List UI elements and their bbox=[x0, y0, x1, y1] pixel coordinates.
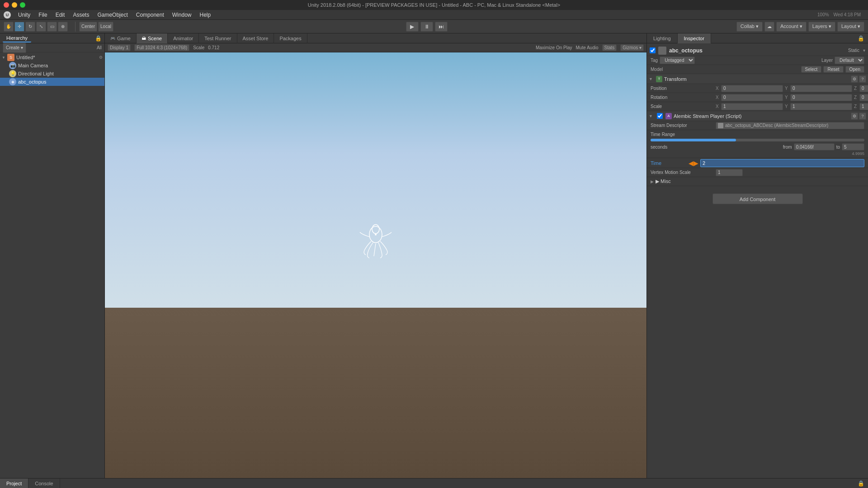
gameobj-icon-3: ◈ bbox=[9, 78, 16, 85]
tab-lighting[interactable]: Lighting bbox=[647, 33, 678, 43]
vertex-motion-input[interactable] bbox=[716, 169, 743, 176]
select-button[interactable]: Select bbox=[801, 66, 822, 73]
to-input[interactable] bbox=[842, 143, 864, 150]
scale-y-input[interactable] bbox=[790, 103, 852, 110]
static-dropdown[interactable]: ▾ bbox=[863, 48, 865, 53]
reset-button[interactable]: Reset bbox=[823, 66, 843, 73]
toolbar-right: Collab ▾ ☁ Account ▾ Layers ▾ Layout ▾ bbox=[736, 22, 864, 32]
aspect-label[interactable]: Full 1024 4:3 (1024×768) bbox=[134, 44, 189, 51]
play-button[interactable]: ▶ bbox=[406, 22, 419, 32]
transform-settings-btn[interactable]: ⚙ bbox=[851, 75, 858, 83]
hierarchy-item-3[interactable]: ◈ abc_octopus bbox=[0, 78, 104, 86]
scale-x-input[interactable] bbox=[721, 103, 783, 110]
transform-icon: T bbox=[656, 76, 662, 82]
menu-component[interactable]: Component bbox=[132, 11, 168, 19]
menubar: U Unity File Edit Assets GameObject Comp… bbox=[0, 10, 868, 20]
tab-assetstore[interactable]: Asset Store bbox=[237, 33, 274, 43]
add-component-button[interactable]: Add Component bbox=[712, 193, 803, 204]
bottom-lock[interactable]: 🔒 bbox=[854, 480, 868, 487]
alembic-header[interactable]: ▼ A Alembic Stream Player (Script) ⚙ ? bbox=[647, 111, 868, 121]
mute-btn[interactable]: Mute Audio bbox=[576, 45, 598, 50]
hand-tool[interactable]: ✋ bbox=[4, 22, 14, 32]
time-scrub-icon: ◀▶ bbox=[689, 160, 698, 167]
menu-gameobject[interactable]: GameObject bbox=[94, 11, 131, 19]
transform-tools: ✋ ✛ ↻ ⤡ ▭ ⊕ bbox=[4, 22, 68, 32]
transform-help-btn[interactable]: ? bbox=[859, 75, 866, 83]
tab-game[interactable]: 🎮 Game bbox=[105, 33, 137, 43]
menu-window[interactable]: Window bbox=[169, 11, 195, 19]
inspector-lock[interactable]: 🔒 bbox=[854, 35, 868, 42]
hierarchy-item-2[interactable]: 💡 Directional Light bbox=[0, 70, 104, 78]
hierarchy-toolbar: Create ▾ All bbox=[0, 43, 104, 52]
layers-dropdown[interactable]: Layers ▾ bbox=[808, 22, 835, 32]
menu-assets[interactable]: Assets bbox=[69, 11, 93, 19]
tab-scene[interactable]: 🏔 Scene bbox=[137, 33, 168, 43]
tab-animator[interactable]: Animator bbox=[168, 33, 199, 43]
tab-console[interactable]: Console bbox=[28, 479, 60, 488]
time-range-slider[interactable] bbox=[651, 139, 864, 141]
maximize-dot[interactable] bbox=[20, 2, 25, 8]
gizmos-btn[interactable]: Gizmos ▾ bbox=[620, 44, 644, 51]
menu-help[interactable]: Help bbox=[196, 11, 214, 19]
toolbar: ✋ ✛ ↻ ⤡ ▭ ⊕ Center Local ▶ ⏸ ⏭ Collab ▾ … bbox=[0, 20, 868, 33]
stats-btn[interactable]: Stats bbox=[602, 44, 617, 51]
open-button[interactable]: Open bbox=[845, 66, 864, 73]
stream-descriptor-field: Stream Descriptor abc_octopus_ABCDesc (A… bbox=[647, 121, 868, 130]
alembic-settings-btn[interactable]: ⚙ bbox=[851, 113, 858, 120]
create-btn[interactable]: Create ▾ bbox=[3, 43, 26, 53]
hierarchy-tab[interactable]: Hierarchy bbox=[3, 34, 31, 42]
scale-y-label: Y bbox=[785, 104, 789, 109]
transform-header[interactable]: ▼ T Transform ⚙ ? bbox=[647, 74, 868, 84]
gameobj-icon-2: 💡 bbox=[9, 70, 16, 77]
layer-dropdown[interactable]: Default bbox=[835, 56, 864, 64]
tag-dropdown[interactable]: Untagged bbox=[660, 56, 695, 64]
tab-project[interactable]: Project bbox=[0, 479, 28, 488]
move-tool[interactable]: ✛ bbox=[14, 22, 24, 32]
step-button[interactable]: ⏭ bbox=[435, 22, 448, 32]
pos-x-input[interactable] bbox=[721, 85, 783, 92]
close-dot[interactable] bbox=[4, 2, 9, 8]
rot-y-input[interactable] bbox=[790, 94, 852, 101]
from-input[interactable] bbox=[794, 143, 835, 150]
object-name: abc_octopus bbox=[669, 47, 845, 54]
space-btn[interactable]: Local bbox=[98, 22, 113, 32]
object-active-checkbox[interactable] bbox=[650, 47, 656, 53]
display-label[interactable]: Display 1 bbox=[108, 44, 131, 51]
stream-descriptor-value[interactable]: abc_octopus_ABCDesc (AlembicStreamDescri… bbox=[716, 122, 864, 129]
window-title: Unity 2018.2.0b8 (64bit) - [PREVIEW PACK… bbox=[308, 2, 561, 8]
menu-edit[interactable]: Edit bbox=[52, 11, 69, 19]
tab-packages[interactable]: Packages bbox=[274, 33, 307, 43]
scale-tool[interactable]: ⤡ bbox=[36, 22, 46, 32]
time-value-input[interactable] bbox=[700, 159, 864, 167]
menu-unity[interactable]: Unity bbox=[14, 11, 34, 19]
pivot-btn[interactable]: Center bbox=[79, 22, 97, 32]
rot-z-input[interactable] bbox=[859, 94, 868, 101]
tab-testrunner[interactable]: Test Runner bbox=[199, 33, 237, 43]
collab-dropdown[interactable]: Collab ▾ bbox=[736, 22, 763, 32]
custom-tool[interactable]: ⊕ bbox=[58, 22, 68, 32]
alembic-help-btn[interactable]: ? bbox=[859, 113, 866, 120]
maximize-btn[interactable]: Maximize On Play bbox=[536, 45, 572, 50]
inspector-model-row: Model Select Reset Open bbox=[647, 65, 868, 74]
pause-button[interactable]: ⏸ bbox=[420, 22, 433, 32]
alembic-enabled-checkbox[interactable] bbox=[657, 113, 663, 119]
minimize-dot[interactable] bbox=[12, 2, 17, 8]
cloud-btn[interactable]: ☁ bbox=[764, 22, 774, 32]
account-dropdown[interactable]: Account ▾ bbox=[776, 22, 807, 32]
tab-inspector[interactable]: Inspector bbox=[678, 33, 711, 43]
hierarchy-lock[interactable]: 🔒 bbox=[95, 35, 102, 42]
rotate-tool[interactable]: ↻ bbox=[25, 22, 35, 32]
rect-tool[interactable]: ▭ bbox=[47, 22, 57, 32]
pos-y-input[interactable] bbox=[790, 85, 852, 92]
rot-x-input[interactable] bbox=[721, 94, 783, 101]
pos-z-input[interactable] bbox=[859, 85, 868, 92]
scale-z-input[interactable] bbox=[859, 103, 868, 110]
hierarchy-item-0[interactable]: ▼ S Untitled* ⚙ bbox=[0, 53, 104, 61]
h-item-label-0: Untitled* bbox=[16, 55, 35, 60]
inspector-tag-row: Tag Untagged Layer Default bbox=[647, 56, 868, 65]
misc-section[interactable]: ▶ ▶ Misc bbox=[647, 177, 868, 186]
hierarchy-item-1[interactable]: 📷 Main Camera bbox=[0, 61, 104, 70]
layout-dropdown[interactable]: Layout ▾ bbox=[837, 22, 864, 32]
menu-file[interactable]: File bbox=[35, 11, 51, 19]
scale-x-field: X bbox=[716, 103, 783, 110]
